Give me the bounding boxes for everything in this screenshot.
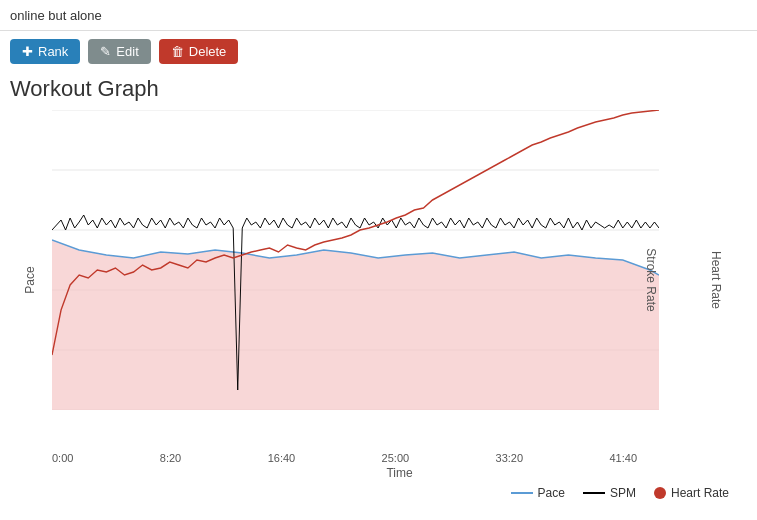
edit-label: Edit (116, 44, 138, 59)
rank-label: Rank (38, 44, 68, 59)
y-axis-left-label: Pace (23, 266, 37, 293)
heart-rate-dot-icon (654, 487, 666, 499)
delete-button[interactable]: 🗑 Delete (159, 39, 239, 64)
site-title: online but alone (10, 8, 102, 23)
x-tick-1: 8:20 (160, 452, 181, 464)
x-tick-0: 0:00 (52, 452, 73, 464)
trash-icon: 🗑 (171, 44, 184, 59)
legend-heart-rate: Heart Rate (654, 486, 729, 500)
edit-button[interactable]: ✎ Edit (88, 39, 150, 64)
x-tick-2: 16:40 (268, 452, 296, 464)
x-axis-label: Time (52, 466, 747, 480)
page-title: Workout Graph (0, 72, 757, 110)
x-tick-4: 33:20 (496, 452, 524, 464)
legend: Pace SPM Heart Rate (10, 486, 747, 500)
chart-container: Pace Stroke Rate Heart Rate 1:40 2:00 2:… (0, 110, 757, 510)
pace-label: Pace (538, 486, 565, 500)
legend-pace: Pace (511, 486, 565, 500)
top-bar: online but alone (0, 0, 757, 31)
spm-line-icon (583, 492, 605, 494)
y-axis-right-label: Heart Rate (709, 251, 723, 309)
rank-button[interactable]: ✚ Rank (10, 39, 80, 64)
delete-label: Delete (189, 44, 227, 59)
legend-spm: SPM (583, 486, 636, 500)
x-tick-5: 41:40 (609, 452, 637, 464)
rank-icon: ✚ (22, 44, 33, 59)
x-tick-3: 25:00 (382, 452, 410, 464)
chart-area: Pace Stroke Rate Heart Rate 1:40 2:00 2:… (10, 110, 747, 450)
heart-rate-label: Heart Rate (671, 486, 729, 500)
chart-svg: 1:40 2:00 2:20 2:40 3:00 3:20 40 32 24 1… (52, 110, 659, 410)
y-axis-mid-label: Stroke Rate (643, 248, 657, 311)
toolbar: ✚ Rank ✎ Edit 🗑 Delete (0, 31, 757, 72)
spm-label: SPM (610, 486, 636, 500)
edit-icon: ✎ (100, 44, 111, 59)
pace-line-icon (511, 492, 533, 494)
x-axis-labels: 0:00 8:20 16:40 25:00 33:20 41:40 (52, 452, 637, 464)
